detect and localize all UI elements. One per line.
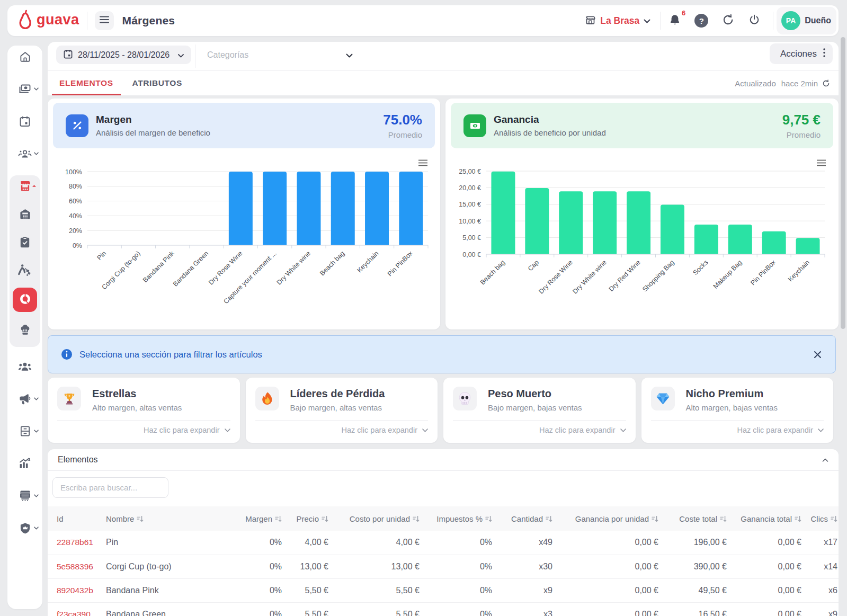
kebab-menu-icon — [823, 48, 825, 59]
sidebar-item-margins-active[interactable] — [13, 288, 37, 312]
actions-label: Acciones — [780, 49, 817, 59]
navbar-divider — [660, 12, 661, 30]
sidebar-item-payments[interactable] — [7, 78, 42, 100]
sidebar-item-recipes[interactable] — [10, 319, 40, 340]
quadrant-card-peso-muerto[interactable]: Peso MuertoBajo margen, bajas ventasHaz … — [443, 378, 636, 443]
supplier-cart-icon — [18, 264, 32, 276]
chevron-down-icon — [818, 428, 824, 432]
quadrant-expand[interactable]: Haz clic para expandir — [342, 426, 428, 434]
svg-text:Dry Red Wine: Dry Red Wine — [608, 258, 642, 293]
sidebar-item-suppliers[interactable] — [10, 260, 40, 281]
sidebar-item-kiosk[interactable] — [7, 485, 42, 506]
quadrant-expand[interactable]: Haz clic para expandir — [737, 426, 824, 434]
cell-costo-por-unidad: 5,50 € — [336, 578, 427, 602]
cell-id[interactable]: f23ca390 — [48, 602, 106, 616]
column-header-impuestos-%[interactable]: Impuestos % — [427, 506, 500, 531]
table-row[interactable]: f23ca390Bandana Green0%5,50 €5,50 €0%x30… — [48, 602, 839, 616]
cell-cantidad: x30 — [500, 555, 560, 578]
tab-atributos[interactable]: ATRIBUTOS — [123, 71, 192, 95]
sidebar-item-customers[interactable] — [7, 143, 42, 164]
chevron-down-icon — [178, 50, 184, 60]
bar — [263, 172, 287, 245]
sidebar-item-marketing[interactable] — [7, 388, 42, 409]
quadrant-card-l-deres-de-p-rdida[interactable]: Líderes de PérdidaBajo margen, altas ven… — [246, 378, 438, 443]
power-icon — [748, 14, 760, 28]
sidebar-item-tasks[interactable] — [10, 231, 40, 253]
guava-fruit-icon — [18, 10, 32, 32]
user-menu[interactable]: PA Dueño — [777, 7, 836, 34]
caret-down-icon — [34, 526, 39, 530]
chef-hat-icon — [19, 324, 31, 336]
bar — [627, 191, 650, 254]
refresh-button[interactable] — [721, 14, 735, 28]
store-red-icon — [19, 180, 31, 192]
sidebar-item-home[interactable] — [7, 46, 42, 67]
close-icon[interactable] — [812, 349, 823, 360]
brand-logo[interactable]: guava — [7, 10, 87, 32]
column-header-costo-por-unidad[interactable]: Costo por unidad — [336, 506, 427, 531]
tab-elementos[interactable]: ELEMENTOS — [50, 71, 123, 95]
chevron-down-icon — [225, 428, 230, 432]
sidebar-item-store[interactable] — [10, 175, 40, 197]
svg-text:Pin: Pin — [96, 249, 108, 262]
cell-cantidad: x3 — [500, 602, 560, 616]
elements-title: Elementos — [58, 455, 98, 465]
sidebar-item-analytics[interactable] — [7, 453, 42, 474]
menu-toggle-button[interactable] — [95, 11, 114, 30]
quadrant-card-estrellas[interactable]: EstrellasAlto margen, altas ventasHaz cl… — [48, 378, 240, 443]
cell-id[interactable]: 8920432b — [48, 578, 106, 602]
sidebar-item-inventory[interactable] — [7, 421, 42, 442]
quadrant-expand[interactable]: Haz clic para expandir — [144, 426, 230, 434]
svg-text:Bandana Pink: Bandana Pink — [141, 249, 176, 284]
info-banner: Selecciona una sección para filtrar los … — [48, 335, 836, 373]
column-header-precio[interactable]: Precio — [289, 506, 336, 531]
collapse-chevron-icon[interactable] — [822, 455, 828, 465]
categories-select[interactable]: Categorías — [207, 46, 356, 64]
sidebar-item-warehouse[interactable] — [10, 203, 40, 225]
cell-id[interactable]: 22878b61 — [48, 531, 106, 555]
quadrant-subtitle: Bajo margen, altas ventas — [290, 403, 429, 412]
search-input[interactable] — [52, 477, 168, 498]
updated-time: hace 2min — [781, 79, 818, 88]
sidebar-item-calendar[interactable] — [7, 111, 42, 132]
chevron-down-icon — [346, 50, 353, 60]
profit-card-subtitle: Análisis de beneficio por unidad — [494, 128, 606, 137]
reload-icon[interactable] — [822, 79, 830, 87]
quadrant-card-nicho-premium[interactable]: Nicho PremiumAlto margen, bajas ventasHa… — [641, 378, 834, 443]
bell-icon — [669, 14, 681, 28]
sidebar-group-restaurant — [10, 175, 40, 347]
quadrant-expand[interactable]: Haz clic para expandir — [539, 426, 626, 434]
payments-icon — [19, 83, 31, 95]
cell-nombre: Bandana Green — [106, 602, 238, 616]
column-header-margen[interactable]: Margen — [238, 506, 289, 531]
venue-selector[interactable]: La Brasa — [585, 14, 650, 28]
table-row[interactable]: 5e588396Corgi Cup (to-go)0%13,00 €13,00 … — [48, 555, 839, 578]
date-range-picker[interactable]: 28/11/2025 - 28/01/2026 — [56, 46, 191, 64]
table-row[interactable]: 22878b61Pin0%4,00 €4,00 €0%x490,00 €196,… — [48, 531, 839, 555]
column-header-nombre[interactable]: Nombre — [106, 506, 238, 531]
column-header-ganancia-total[interactable]: Ganancia total — [734, 506, 809, 531]
column-header-ganancia-por-unidad[interactable]: Ganancia por unidad — [560, 506, 666, 531]
margin-card-header: Margen Análisis del margen de beneficio … — [53, 103, 435, 148]
quadrant-divider — [255, 420, 429, 421]
expand-label: Haz clic para expandir — [737, 426, 813, 434]
page-scrollbar[interactable] — [841, 37, 845, 329]
quadrant-subtitle: Alto margen, altas ventas — [92, 403, 230, 412]
column-header-id: Id — [48, 506, 106, 531]
help-button[interactable]: ? — [694, 14, 708, 28]
bar — [491, 172, 515, 254]
cell-precio: 4,00 € — [289, 531, 336, 555]
table-header-row: IdNombreMargenPrecioCosto por unidadImpu… — [48, 506, 839, 531]
logout-button[interactable] — [747, 14, 761, 28]
actions-button[interactable]: Acciones — [770, 43, 833, 64]
column-header-coste-total[interactable]: Coste total — [666, 506, 734, 531]
sidebar-item-staff[interactable] — [7, 356, 42, 377]
column-header-cantidad[interactable]: Cantidad — [500, 506, 560, 531]
column-header-clics[interactable]: Clics — [809, 506, 839, 531]
cell-id[interactable]: 5e588396 — [48, 555, 106, 578]
notifications-button[interactable]: 6 — [668, 14, 682, 28]
profit-card-title: Ganancia — [494, 114, 606, 126]
question-mark-icon: ? — [694, 14, 708, 28]
table-row[interactable]: 8920432bBandana Pink0%5,50 €5,50 €0%x90,… — [48, 578, 839, 602]
sidebar-item-admin[interactable] — [7, 517, 42, 539]
